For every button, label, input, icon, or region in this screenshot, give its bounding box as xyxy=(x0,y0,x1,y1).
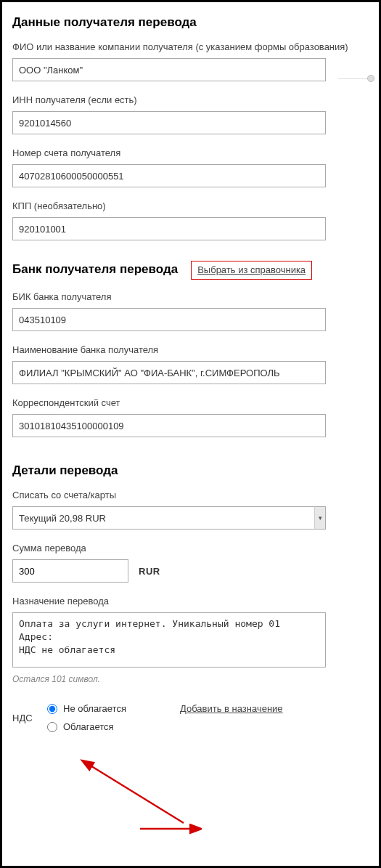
nds-radio-taxed[interactable] xyxy=(47,722,57,732)
redaction-scribble xyxy=(53,743,191,758)
nds-option-taxed[interactable]: Облагается xyxy=(47,721,283,732)
currency-label: RUR xyxy=(139,566,160,577)
annotation-handle-icon xyxy=(367,75,374,82)
chevron-down-icon[interactable]: ▾ xyxy=(314,506,326,530)
nds-label: НДС xyxy=(12,713,47,723)
purpose-textarea[interactable] xyxy=(12,612,326,668)
details-heading: Детали перевода xyxy=(12,463,369,478)
bank-name-label: Наименование банка получателя xyxy=(12,344,369,355)
recipient-kpp-label: КПП (необязательно) xyxy=(12,200,369,211)
nds-option-not-taxed[interactable]: Не облагается Добавить в назначение xyxy=(47,703,283,714)
purpose-label: Назначение перевода xyxy=(12,596,369,607)
bank-corr-input[interactable] xyxy=(12,414,326,437)
annotation-arrow-icon xyxy=(75,758,191,830)
bank-corr-label: Корреспондентский счет xyxy=(12,397,369,408)
bank-bik-input[interactable] xyxy=(12,308,326,331)
directory-link-highlight: Выбрать из справочника xyxy=(191,261,312,280)
from-account-label: Списать со счета/карты xyxy=(12,490,369,500)
nds-opt1-text: Не облагается xyxy=(63,703,126,714)
nds-opt2-text: Облагается xyxy=(63,721,114,732)
recipient-name-label: ФИО или название компании получателя (с … xyxy=(12,41,369,52)
bank-bik-label: БИК банка получателя xyxy=(12,291,369,302)
recipient-inn-input[interactable] xyxy=(12,111,326,134)
recipient-heading: Данные получателя перевода xyxy=(12,15,369,30)
add-to-purpose-link[interactable]: Добавить в назначение xyxy=(180,703,283,714)
amount-label: Сумма перевода xyxy=(12,543,369,553)
annotation-connector xyxy=(338,78,367,79)
amount-input[interactable] xyxy=(12,559,128,583)
nds-radio-not-taxed[interactable] xyxy=(47,704,57,714)
from-account-select[interactable] xyxy=(12,506,326,530)
recipient-inn-label: ИНН получателя (если есть) xyxy=(12,94,369,105)
recipient-account-label: Номер счета получателя xyxy=(12,147,369,158)
annotation-arrow-icon xyxy=(136,822,202,836)
recipient-account-input[interactable] xyxy=(12,164,326,187)
directory-link[interactable]: Выбрать из справочника xyxy=(197,264,306,275)
svg-line-0 xyxy=(89,765,184,823)
char-counter: Остался 101 символ. xyxy=(12,674,369,684)
bank-heading: Банк получателя перевода xyxy=(12,262,178,277)
recipient-kpp-input[interactable] xyxy=(12,217,326,240)
recipient-name-input[interactable] xyxy=(12,58,326,81)
bank-name-input[interactable] xyxy=(12,361,326,384)
